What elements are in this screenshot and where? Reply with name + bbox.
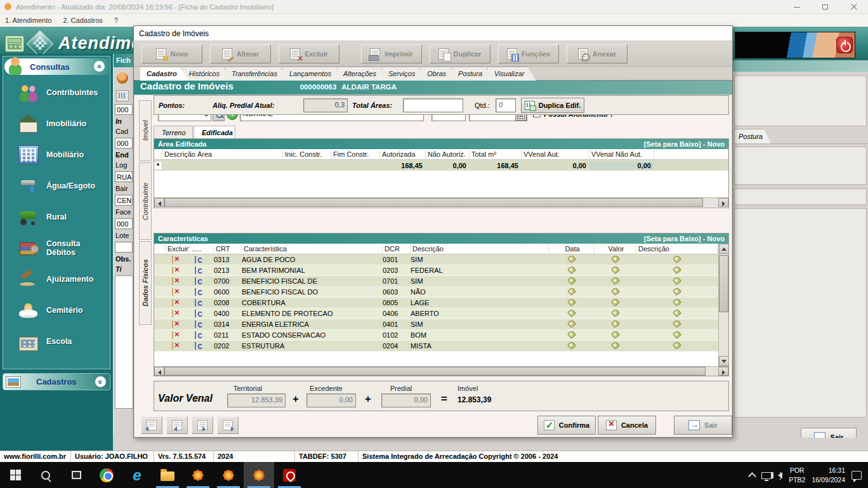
scroll-up-button[interactable] xyxy=(719,244,729,254)
chrome-taskbar-button[interactable] xyxy=(91,462,122,488)
valor-tag-icon[interactable] xyxy=(611,267,620,274)
power-icon[interactable] xyxy=(836,37,853,53)
delete-row-icon[interactable] xyxy=(172,277,173,285)
fiorilli-app-button-1[interactable] xyxy=(183,462,213,488)
back-tab-postura[interactable]: Postura xyxy=(734,129,771,143)
sair-button[interactable]: Sair xyxy=(674,416,732,435)
characteristic-c-icon[interactable] xyxy=(195,277,196,285)
excluir-button[interactable]: Excluir xyxy=(279,44,339,63)
characteristic-c-icon[interactable] xyxy=(195,310,196,317)
sidebar-group-cadastros[interactable]: Cadastros xyxy=(3,373,110,390)
data-tag-icon[interactable] xyxy=(567,299,576,307)
valor-tag-icon[interactable] xyxy=(611,342,620,350)
tab-alteracoes[interactable]: Alterações xyxy=(337,67,388,81)
start-button[interactable] xyxy=(0,462,30,488)
delete-row-icon[interactable] xyxy=(172,320,173,328)
valor-tag-icon[interactable] xyxy=(611,310,620,317)
area-edificada-row[interactable]: * 168,45 0,00 168,45 0,00 0,00 xyxy=(154,160,728,171)
data-tag-icon[interactable] xyxy=(567,331,576,339)
menu-help[interactable]: ? xyxy=(114,16,118,24)
tab-historicos[interactable]: Históricos xyxy=(183,67,231,81)
sidebar-item-rural[interactable]: Rural xyxy=(3,201,110,232)
table-row[interactable]: 0600 BENEFICIO FISCAL DO 0603 NÃO xyxy=(154,287,718,298)
aliq-predial-input[interactable]: 0,3 xyxy=(303,98,348,112)
clock[interactable]: 16:31 16/09/2024 xyxy=(812,466,845,484)
task-view-button[interactable] xyxy=(61,462,91,488)
close-button[interactable] xyxy=(839,0,868,14)
tab-lancamentos[interactable]: Lançamentos xyxy=(283,67,343,81)
descricao-tag-icon[interactable] xyxy=(673,331,681,339)
menu-cadastros[interactable]: 2. Cadastros xyxy=(63,16,102,24)
scroll-right-button[interactable] xyxy=(718,198,728,207)
tab-postura[interactable]: Postura xyxy=(452,67,494,81)
imprimir-button[interactable]: Imprimir xyxy=(361,44,422,63)
scroll-left-button[interactable] xyxy=(154,198,164,207)
data-tag-icon[interactable] xyxy=(567,310,576,317)
qtd-input[interactable]: 0 xyxy=(496,98,516,112)
total-areas-input[interactable] xyxy=(403,98,463,112)
alterar-button[interactable]: Alterar xyxy=(210,44,271,63)
table-row-selected[interactable]: 0213 BEM PATRIMONIAL 0203 FEDERAL xyxy=(154,265,718,276)
novo-button[interactable]: Novo xyxy=(141,44,202,63)
duplicar-button[interactable]: Duplicar xyxy=(430,44,490,63)
notification-center-icon[interactable] xyxy=(852,471,862,480)
table-row[interactable]: 0211 ESTADO CONSERVACAO 0102 BOM xyxy=(154,330,718,341)
sidebar-group-consultas[interactable]: Consultas xyxy=(4,58,109,75)
back-card-icon[interactable] xyxy=(116,90,129,102)
valor-tag-icon[interactable] xyxy=(611,299,620,307)
delete-row-icon[interactable] xyxy=(172,331,173,339)
characteristic-c-icon[interactable] xyxy=(195,342,196,350)
back-field[interactable]: 000 xyxy=(115,138,133,148)
sidebar-item-mobiliario[interactable]: Mobiliário xyxy=(3,139,110,170)
table-row[interactable]: 0208 COBERTURA 0805 LAGE xyxy=(154,298,718,308)
back-obs-area[interactable] xyxy=(115,275,133,409)
data-tag-icon[interactable] xyxy=(567,277,576,285)
back-field[interactable]: RUA xyxy=(115,171,133,182)
vtab-dados-fisicos[interactable]: Dados Físicos xyxy=(139,241,152,325)
valor-tag-icon[interactable] xyxy=(611,288,620,296)
tray-expand-icon[interactable] xyxy=(748,472,756,480)
characteristic-c-icon[interactable] xyxy=(195,320,196,328)
ie-taskbar-button[interactable]: e xyxy=(122,462,152,488)
network-icon[interactable] xyxy=(761,472,772,479)
descricao-tag-icon[interactable] xyxy=(673,342,681,350)
tab-servicos[interactable]: Serviços xyxy=(382,67,426,81)
explorer-taskbar-button[interactable] xyxy=(152,462,183,488)
back-field[interactable] xyxy=(115,242,133,253)
descricao-tag-icon[interactable] xyxy=(673,320,681,328)
data-tag-icon[interactable] xyxy=(567,267,576,274)
descricao-tag-icon[interactable] xyxy=(673,288,681,296)
restore-button[interactable] xyxy=(811,0,839,14)
table-row[interactable]: 0700 BENEFICIO FISCAL DE 0701 SIM xyxy=(154,276,718,287)
back-tab-ficha[interactable]: Fich xyxy=(114,54,133,67)
acrobat-taskbar-button[interactable] xyxy=(274,462,305,488)
previous-record-button[interactable] xyxy=(166,416,188,434)
data-tag-icon[interactable] xyxy=(567,288,576,296)
confirma-button[interactable]: Confirma xyxy=(537,416,596,435)
descricao-tag-icon[interactable] xyxy=(673,277,681,285)
menu-atendimento[interactable]: 1. Atendimento xyxy=(5,16,51,24)
vtab-contribuinte[interactable]: Contribuinte xyxy=(139,162,152,240)
data-tag-icon[interactable] xyxy=(567,320,576,328)
taskbar-search-button[interactable] xyxy=(30,462,61,488)
data-tag-icon[interactable] xyxy=(567,256,576,263)
valor-tag-icon[interactable] xyxy=(611,277,620,285)
tab-transferencias[interactable]: Transferências xyxy=(225,67,289,81)
delete-row-icon[interactable] xyxy=(172,310,173,317)
sidebar-item-escola[interactable]: Escola xyxy=(3,326,110,357)
tab-visualizar[interactable]: Visualizar xyxy=(488,67,536,81)
sidebar-item-contribuintes[interactable]: Contribuintes xyxy=(3,77,110,108)
data-tag-icon[interactable] xyxy=(567,342,576,350)
subtab-edificada[interactable]: Edificada xyxy=(194,126,235,138)
scroll-left-button[interactable] xyxy=(154,367,164,376)
subtab-terreno[interactable]: Terreno xyxy=(154,126,193,138)
valor-tag-icon[interactable] xyxy=(611,256,620,263)
tab-cadastro[interactable]: Cadastro xyxy=(140,67,188,81)
scroll-thumb[interactable] xyxy=(164,367,706,376)
delete-row-icon[interactable] xyxy=(172,342,173,350)
first-record-button[interactable] xyxy=(141,416,162,434)
next-record-button[interactable] xyxy=(192,416,213,434)
sidebar-item-cemiterio[interactable]: Cemitério xyxy=(3,294,110,326)
characteristic-c-icon[interactable] xyxy=(195,267,196,274)
collapse-down-icon[interactable] xyxy=(95,376,106,387)
